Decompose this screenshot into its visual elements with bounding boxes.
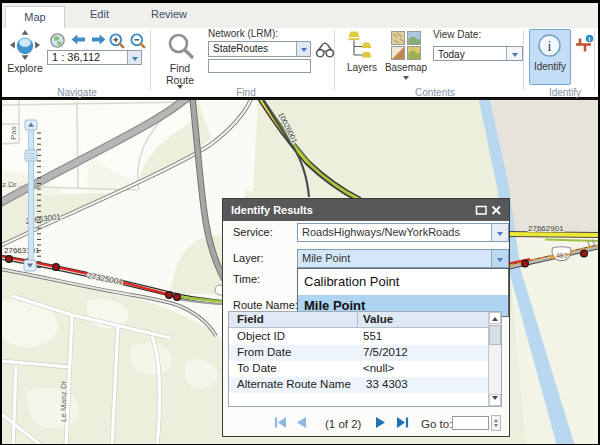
svg-text:i: i — [589, 35, 591, 42]
svg-text:Le Manz Dr: Le Manz Dr — [59, 380, 68, 422]
svg-text:27662901: 27662901 — [528, 224, 564, 233]
svg-text:i: i — [548, 39, 552, 54]
svg-text:27663101: 27663101 — [4, 246, 40, 255]
svg-text:z Dr: z Dr — [2, 180, 17, 189]
svg-text:Pas: Pas — [9, 126, 18, 140]
svg-text:490: 490 — [556, 252, 568, 259]
